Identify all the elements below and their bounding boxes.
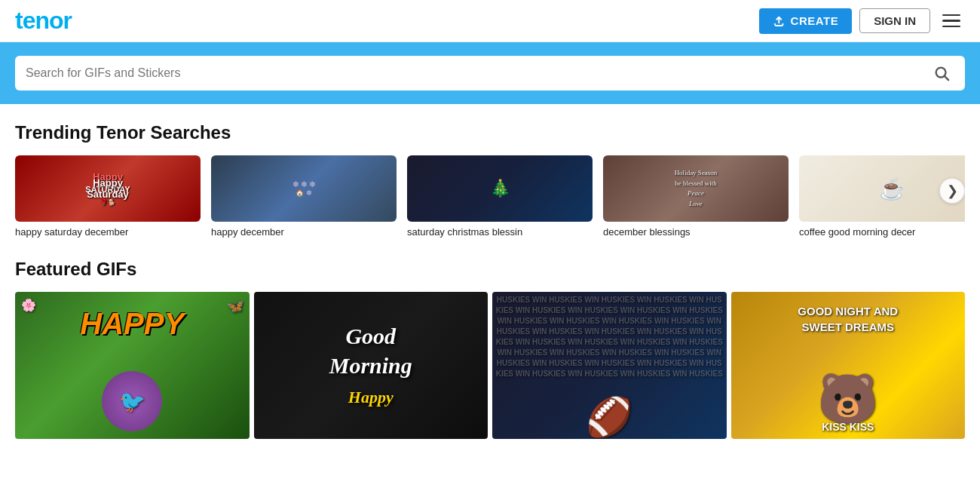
featured-gif-inner: HAPPY 🐦 🦋 🌸 — [15, 292, 250, 439]
trending-title: Trending Tenor Searches — [15, 122, 965, 143]
trending-item-image: 🎄 — [407, 155, 593, 222]
featured-gif-inner: GoodMorningHappy — [254, 292, 488, 439]
hamburger-line-3 — [942, 26, 960, 28]
featured-gif-inner: GOOD NIGHT ANDSWEET DREAMS 🐻 KISS KISS — [731, 292, 966, 439]
header: tenor CREATE SIGN IN — [0, 0, 980, 42]
upload-icon — [773, 14, 786, 28]
tweety-bird: 🐦 — [102, 371, 162, 431]
gif-goodmorning-text: GoodMorningHappy — [329, 321, 412, 410]
hamburger-line-2 — [942, 20, 960, 22]
kiss-text: KISS KISS — [822, 421, 874, 433]
search-wrapper — [15, 56, 965, 91]
svg-line-1 — [945, 76, 948, 80]
trending-item-label: december blessings — [603, 226, 789, 238]
trending-item[interactable]: ❄ ❄ ❄🏠 ❄happy december — [211, 155, 397, 238]
gif-goodnight-text: GOOD NIGHT ANDSWEET DREAMS — [798, 303, 898, 335]
search-bar-container — [0, 42, 980, 104]
trending-item[interactable]: Holiday Seasonbe blessed withPeaceLove d… — [603, 155, 789, 238]
gif-happy-text: HAPPY — [80, 307, 184, 341]
featured-gif-item[interactable]: HUSKIES WIN HUSKIES WIN HUSKIES WIN HUSK… — [492, 292, 727, 439]
trending-item-label: saturday christmas blessin — [407, 226, 593, 238]
featured-gif-item[interactable]: GOOD NIGHT ANDSWEET DREAMS 🐻 KISS KISS — [731, 292, 966, 439]
featured-gif-item[interactable]: GoodMorningHappy — [254, 292, 488, 439]
trending-carousel: Happy SATURDAY 🌹🐕 happy saturday decembe… — [15, 155, 965, 238]
trending-item[interactable]: Happy SATURDAY 🌹🐕 happy saturday decembe… — [15, 155, 201, 238]
main-content: Trending Tenor Searches Happy SATURDAY 🌹… — [0, 104, 980, 439]
trending-item[interactable]: 🎄saturday christmas blessin — [407, 155, 593, 238]
signin-label: SIGN IN — [874, 14, 916, 27]
gif-huskies-text: HUSKIES WIN HUSKIES WIN HUSKIES WIN HUSK… — [492, 292, 727, 380]
huskies-player: 🏈 — [586, 395, 632, 439]
bear-image: 🐻 — [817, 370, 878, 428]
featured-gif-item[interactable]: HAPPY 🐦 🦋 🌸 — [15, 292, 250, 439]
featured-grid: HAPPY 🐦 🦋 🌸 GoodMorningHappy HUSKIES WIN… — [15, 292, 965, 439]
carousel-next-button[interactable]: ❯ — [939, 178, 965, 204]
create-label: CREATE — [791, 14, 839, 27]
search-button[interactable] — [929, 60, 954, 86]
trending-item-label: coffee good morning decer — [799, 226, 965, 238]
featured-title: Featured GIFs — [15, 259, 965, 280]
create-button[interactable]: CREATE — [759, 8, 853, 34]
header-right: CREATE SIGN IN — [759, 8, 965, 34]
hamburger-menu-button[interactable] — [938, 11, 965, 31]
search-input[interactable] — [26, 56, 929, 91]
trending-list: Happy SATURDAY 🌹🐕 happy saturday decembe… — [15, 155, 965, 238]
trending-item-label: happy december — [211, 226, 397, 238]
trending-item-image: ❄ ❄ ❄🏠 ❄ — [211, 155, 397, 222]
trending-item-image: Holiday Seasonbe blessed withPeaceLove — [603, 155, 789, 222]
signin-button[interactable]: SIGN IN — [859, 8, 930, 33]
logo[interactable]: tenor — [15, 7, 72, 35]
trending-item-image: Happy SATURDAY 🌹🐕 — [15, 155, 201, 222]
hamburger-line-1 — [942, 14, 960, 17]
featured-gif-inner: HUSKIES WIN HUSKIES WIN HUSKIES WIN HUSK… — [492, 292, 727, 439]
trending-item-label: happy saturday december — [15, 226, 201, 238]
search-icon — [933, 65, 950, 81]
